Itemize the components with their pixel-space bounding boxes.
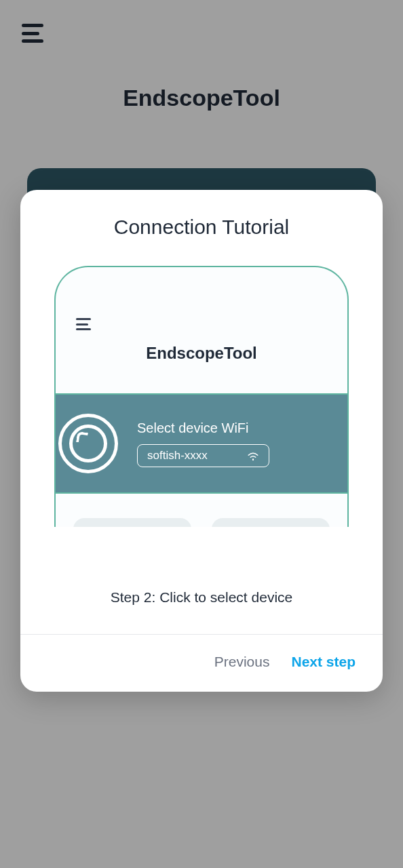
- step-description: Step 2: Click to select device: [20, 527, 383, 634]
- dialog-title: Connection Tutorial: [20, 190, 383, 259]
- next-step-button[interactable]: Next step: [291, 654, 356, 670]
- wifi-label: Select device WiFi: [137, 420, 345, 436]
- wifi-dropdown: softish-xxxx: [137, 444, 269, 467]
- tutorial-illustration: EndscopeTool Select device WiFi softish-…: [54, 266, 349, 527]
- wifi-selection-card: Select device WiFi softish-xxxx: [54, 393, 349, 494]
- previous-button[interactable]: Previous: [214, 654, 270, 670]
- svg-point-0: [252, 458, 254, 460]
- tutorial-card-right: [212, 518, 330, 527]
- wifi-icon: [247, 451, 259, 460]
- tutorial-bottom-cards: [73, 518, 330, 527]
- wifi-name: softish-xxxx: [147, 449, 208, 462]
- tutorial-card-left: [73, 518, 191, 527]
- tutorial-app-title: EndscopeTool: [56, 344, 347, 363]
- tutorial-menu-icon: [76, 318, 91, 330]
- camera-lens-icon: [58, 414, 118, 473]
- dialog-footer: Previous Next step: [20, 634, 383, 692]
- tutorial-dialog: Connection Tutorial EndscopeTool Select …: [20, 190, 383, 692]
